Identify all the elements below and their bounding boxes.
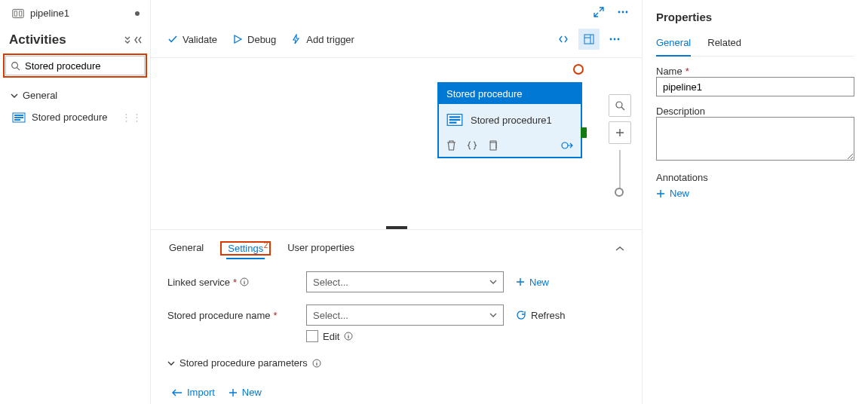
- properties-tab-related[interactable]: Related: [707, 32, 741, 56]
- output-connector-icon[interactable]: [561, 140, 573, 151]
- refresh-sp-button[interactable]: Refresh: [516, 310, 566, 321]
- debug-label: Debug: [247, 34, 276, 45]
- select-placeholder: Select...: [313, 277, 348, 288]
- linked-service-select[interactable]: Select...: [306, 271, 504, 292]
- more-actions-icon[interactable]: [604, 29, 625, 50]
- success-connector[interactable]: [581, 127, 587, 138]
- svg-rect-1: [14, 11, 17, 15]
- svg-point-23: [562, 142, 568, 148]
- activities-sidebar: pipeline1 Activities General: [0, 0, 151, 404]
- info-icon[interactable]: [344, 332, 353, 341]
- validate-button[interactable]: Validate: [167, 34, 217, 45]
- new-linked-service-button[interactable]: New: [516, 277, 549, 288]
- zoom-slider[interactable]: [619, 150, 621, 194]
- chevron-down-icon: [489, 312, 497, 318]
- pipeline-tab-title: pipeline1: [30, 8, 129, 19]
- expand-icon[interactable]: [590, 4, 607, 20]
- delete-icon[interactable]: [446, 140, 456, 151]
- search-icon: [11, 61, 20, 71]
- tab-user-properties[interactable]: User properties: [286, 236, 356, 261]
- sp-parameters-label: Stored procedure parameters: [179, 357, 308, 369]
- svg-line-25: [621, 107, 624, 110]
- activity-item-stored-procedure[interactable]: Stored procedure: [11, 109, 109, 126]
- activities-group-label: General: [23, 90, 57, 101]
- add-trigger-label: Add trigger: [306, 34, 354, 45]
- sp-name-label: Stored procedure name: [167, 310, 271, 321]
- sp-parameters-toggle[interactable]: Stored procedure parameters: [167, 357, 625, 369]
- pipeline-icon: [12, 8, 24, 19]
- required-marker: *: [274, 310, 278, 321]
- search-canvas-button[interactable]: [609, 94, 631, 117]
- svg-point-17: [618, 38, 620, 41]
- name-input[interactable]: [656, 77, 854, 96]
- svg-point-11: [626, 11, 628, 13]
- checkmark-icon: [167, 34, 178, 44]
- import-label: Import: [187, 387, 215, 398]
- new-param-label: New: [242, 387, 262, 398]
- svg-line-4: [17, 67, 20, 70]
- node-status-icon: [573, 64, 584, 75]
- debug-button[interactable]: Debug: [232, 34, 276, 45]
- collapse-panel-icon[interactable]: [133, 35, 143, 44]
- info-icon[interactable]: [240, 277, 249, 286]
- zoom-in-button[interactable]: [609, 121, 631, 144]
- dirty-indicator-icon: [135, 11, 140, 16]
- chevron-down-icon: [489, 279, 497, 285]
- new-annotation-label: New: [670, 188, 689, 199]
- node-name: Stored procedure1: [471, 115, 552, 126]
- new-label: New: [529, 277, 549, 288]
- stored-procedure-icon: [12, 112, 26, 123]
- code-braces-icon[interactable]: [467, 140, 477, 151]
- zoom-slider-thumb[interactable]: [615, 188, 624, 197]
- new-parameter-button[interactable]: New: [229, 387, 262, 398]
- trigger-icon: [291, 34, 302, 44]
- activities-heading: Activities: [9, 32, 66, 47]
- copy-icon[interactable]: [488, 140, 498, 151]
- chevron-down-icon: [167, 360, 175, 367]
- svg-rect-2: [20, 11, 22, 15]
- properties-toggle-icon[interactable]: [578, 29, 600, 50]
- chevron-down-icon: [11, 92, 18, 99]
- activity-search-highlight: [3, 54, 147, 78]
- drag-handle-icon[interactable]: ⋮⋮: [121, 112, 143, 123]
- code-view-icon[interactable]: [553, 29, 574, 50]
- svg-rect-12: [584, 35, 593, 44]
- new-annotation-button[interactable]: New: [656, 188, 854, 199]
- import-icon: [170, 388, 182, 397]
- pipeline-tab[interactable]: pipeline1: [9, 3, 144, 26]
- collapse-lower-panel-icon[interactable]: [615, 245, 625, 252]
- svg-point-10: [622, 11, 624, 13]
- description-input[interactable]: [656, 117, 854, 161]
- select-placeholder: Select...: [313, 310, 348, 321]
- more-icon[interactable]: [615, 8, 631, 17]
- info-icon[interactable]: [312, 359, 321, 368]
- required-marker: *: [233, 277, 237, 288]
- properties-panel: Properties General Related Name * Descri…: [642, 0, 868, 404]
- tab-settings[interactable]: Settings: [226, 237, 265, 262]
- required-marker: *: [686, 66, 689, 77]
- activity-node-stored-procedure[interactable]: Stored procedure Stored procedure1: [437, 82, 582, 158]
- edit-label: Edit: [323, 331, 339, 342]
- highlight-badge: 2: [264, 241, 268, 249]
- svg-point-24: [616, 102, 622, 108]
- activity-item-label: Stored procedure: [32, 112, 107, 123]
- edit-checkbox[interactable]: [306, 330, 318, 342]
- plus-icon: [229, 388, 238, 397]
- activity-search-input[interactable]: [25, 60, 140, 72]
- tab-general[interactable]: General: [167, 236, 205, 261]
- svg-point-3: [12, 62, 18, 68]
- stored-procedure-icon: [446, 113, 463, 127]
- panel-resize-handle[interactable]: [386, 226, 407, 229]
- refresh-label: Refresh: [531, 310, 566, 321]
- plus-icon: [656, 189, 665, 198]
- collapse-all-icon[interactable]: [123, 35, 132, 44]
- name-field-label: Name: [656, 66, 682, 77]
- add-trigger-button[interactable]: Add trigger: [291, 34, 354, 45]
- import-parameters-button[interactable]: Import: [170, 387, 215, 398]
- pipeline-canvas[interactable]: Stored procedure Stored procedure1: [151, 58, 642, 229]
- annotations-label: Annotations: [656, 172, 708, 183]
- linked-service-label: Linked service: [167, 277, 230, 288]
- activities-group-general[interactable]: General: [9, 85, 144, 106]
- properties-tab-general[interactable]: General: [656, 32, 691, 56]
- sp-name-select[interactable]: Select...: [306, 305, 504, 326]
